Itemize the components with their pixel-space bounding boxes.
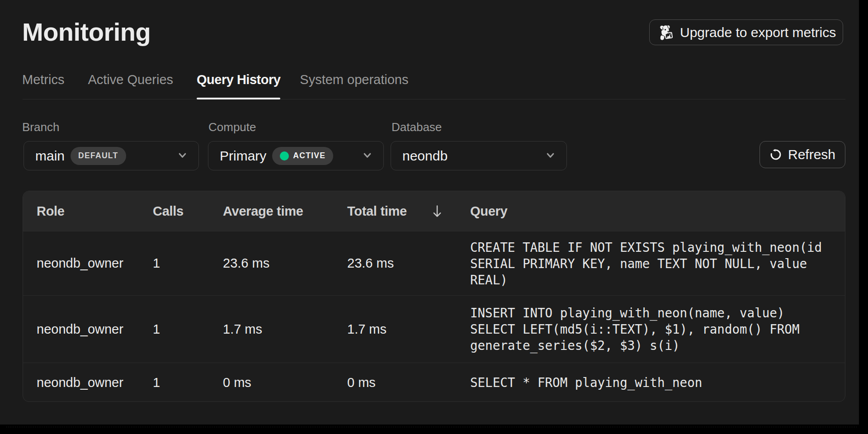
branch-value: main: [35, 148, 65, 164]
database-label: Database: [392, 120, 442, 134]
cell-calls: 1: [153, 376, 223, 389]
badge-label: DEFAULT: [78, 151, 118, 160]
cell-calls: 1: [153, 323, 223, 336]
cell-total-time: 1.7 ms: [347, 323, 457, 336]
refresh-icon: [769, 148, 782, 161]
column-label: Calls: [153, 204, 184, 219]
database-select[interactable]: neondb: [391, 141, 567, 170]
page-title: Monitoring: [22, 17, 151, 47]
tab-metrics[interactable]: Metrics: [22, 72, 64, 87]
badge-label: ACTIVE: [293, 151, 326, 160]
upgrade-button-label: Upgrade to export metrics: [680, 25, 836, 40]
bottom-dotted-separator: [6, 427, 858, 427]
cell-role: neondb_owner: [23, 257, 153, 270]
chevron-down-icon: [179, 153, 186, 158]
cell-total-time: 23.6 ms: [347, 257, 457, 270]
refresh-button-label: Refresh: [788, 147, 835, 162]
branch-label: Branch: [22, 120, 59, 134]
table-header-row: Role Calls Average time Total time Query: [23, 191, 845, 231]
column-header-average-time[interactable]: Average time: [223, 204, 347, 219]
cell-query: INSERT INTO playing_with_neon(name, valu…: [470, 305, 828, 354]
column-header-total-time[interactable]: Total time: [347, 204, 457, 219]
active-tab-underline: [197, 98, 280, 99]
default-badge: DEFAULT: [71, 147, 126, 165]
column-label: Total time: [347, 204, 407, 219]
cell-total-time: 0 ms: [347, 376, 457, 389]
chevron-down-icon: [363, 153, 371, 158]
upgrade-to-export-metrics-button[interactable]: Upgrade to export metrics: [649, 19, 843, 45]
table-row[interactable]: neondb_owner 1 1.7 ms 1.7 ms INSERT INTO…: [23, 295, 845, 363]
monitoring-page: Monitoring Upgrade to export metrics: [0, 0, 859, 425]
branch-select[interactable]: main DEFAULT: [24, 141, 199, 170]
cell-average-time: 23.6 ms: [223, 257, 347, 270]
query-history-table: Role Calls Average time Total time Query…: [23, 191, 845, 402]
cell-role: neondb_owner: [23, 323, 153, 336]
column-label: Query: [470, 204, 507, 219]
active-status-dot: [280, 151, 289, 160]
tab-active-queries[interactable]: Active Queries: [88, 72, 173, 87]
table-row[interactable]: neondb_owner 1 23.6 ms 23.6 ms CREATE TA…: [23, 231, 845, 295]
column-header-calls[interactable]: Calls: [153, 204, 223, 219]
column-header-query[interactable]: Query: [457, 204, 845, 219]
sort-descending-icon: [432, 205, 442, 218]
compute-select[interactable]: Primary ACTIVE: [208, 141, 384, 170]
refresh-button[interactable]: Refresh: [760, 141, 845, 168]
cell-average-time: 1.7 ms: [223, 323, 347, 336]
cell-average-time: 0 ms: [223, 376, 347, 389]
chevron-down-icon: [547, 153, 554, 158]
cell-query: CREATE TABLE IF NOT EXISTS playing_with_…: [470, 239, 828, 288]
table-row[interactable]: neondb_owner 1 0 ms 0 ms SELECT * FROM p…: [23, 363, 845, 402]
cell-calls: 1: [153, 257, 223, 270]
column-header-role[interactable]: Role: [23, 204, 153, 219]
compute-label: Compute: [208, 120, 256, 134]
cell-role: neondb_owner: [23, 376, 153, 389]
tab-system-operations[interactable]: System operations: [300, 72, 408, 87]
column-label: Role: [37, 204, 65, 219]
column-label: Average time: [223, 204, 303, 219]
tabs-divider: [23, 99, 845, 99]
active-badge: ACTIVE: [272, 147, 333, 165]
cell-query: SELECT * FROM playing_with_neon: [470, 374, 828, 391]
tab-bar: Metrics Active Queries Query History Sys…: [22, 72, 409, 87]
database-value: neondb: [402, 148, 448, 164]
tab-query-history[interactable]: Query History: [197, 72, 280, 87]
compute-value: Primary: [220, 148, 266, 164]
datadog-icon: [658, 24, 676, 42]
